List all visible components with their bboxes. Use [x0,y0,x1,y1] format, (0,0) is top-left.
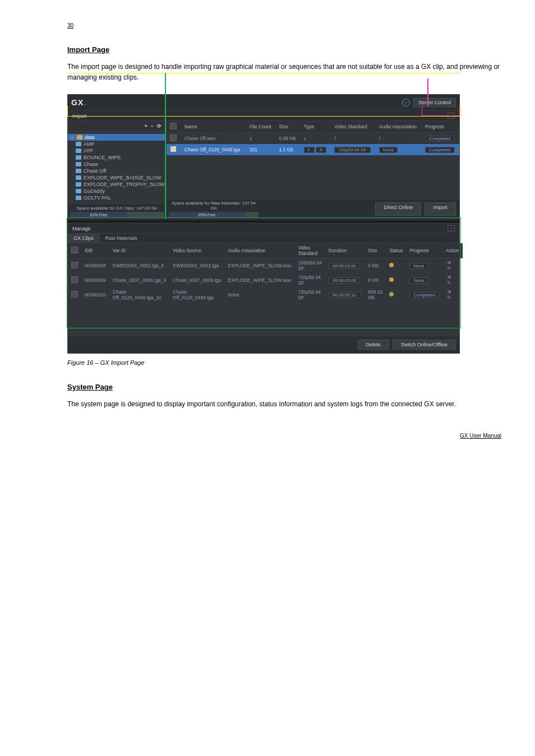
tab-gx-clips[interactable]: GX Clips [68,234,100,243]
manage-clips-table: IDB Var ID Video Source Audio Associatio… [68,243,463,302]
section-heading-import: Import Page [67,45,501,54]
folder-icon [76,142,81,146]
col-varid[interactable]: Var ID [109,243,169,258]
col-video-standard[interactable]: Video Standard [331,121,376,133]
manage-tabs: GX Clips Raw Materials [68,234,459,243]
figure-caption: Figure 16 – GX Import Page [67,359,501,366]
tree-root-item[interactable]: data [68,134,166,141]
key-type-icon: K [316,147,326,153]
folder-tree[interactable]: data AMP ATP BOUNCE_WIPE Chase Chase Off… [68,132,166,203]
switch-online-offline-button[interactable]: Switch Online/Offline [393,340,456,350]
row-checkbox[interactable] [170,146,177,152]
collapse-icon[interactable]: − [448,225,455,231]
status-dot-icon [389,292,394,296]
collapse-icon[interactable]: − [448,113,455,119]
audio-assoc-dropdown[interactable]: None [379,147,398,153]
tree-item[interactable]: BOUNCE_WIPE [68,154,166,161]
import-body: + − ⟳ data AMP ATP BOUNCE_WIPE Chase Cha… [67,121,460,220]
intro-paragraph: The import page is designed to handle im… [67,62,501,83]
preview-icon[interactable]: 👁 [447,275,452,280]
progress-badge: None [409,263,428,269]
col-type[interactable]: Type [301,121,331,133]
direct-online-button[interactable]: Direct Online [375,202,421,216]
info-icon[interactable]: i [402,99,410,106]
col-action[interactable]: Action [442,243,463,258]
tree-item[interactable]: Chase [68,161,166,168]
import-section-header: Import − [67,110,460,121]
gx-app-screenshot: GX. i Server Control Import − + − ⟳ data [67,94,460,354]
table-row[interactable]: 00000009 Chase_0337_0506.tga_9 Chase_033… [68,273,463,287]
col-name[interactable]: Name [181,121,246,133]
row-checkbox[interactable] [71,276,78,283]
table-row[interactable]: Chase Off.wav 1 0.98 Mb ♪ / / Completed [167,133,459,145]
progress-badge: Completed [425,136,455,142]
select-all-checkbox[interactable] [71,247,78,253]
add-folder-button[interactable]: + [144,123,147,129]
progress-badge: Completed [409,292,439,298]
table-row[interactable]: Chase Off_0129_0449.tga 321 1.1 Gb F K 7… [167,144,459,155]
row-checkbox[interactable] [71,262,78,268]
status-dot-icon [389,277,394,282]
audio-icon: ♪ [304,136,310,141]
tree-item[interactable]: Chase Off [68,168,166,174]
manage-section-header: Manage − [67,223,460,234]
table-row[interactable]: 00000010 Chase Off_0129_0449.tga_10 Chas… [68,287,463,302]
brand-dot-icon: . [84,98,86,107]
col-idb[interactable]: IDB [81,243,109,258]
fill-type-icon: F [304,147,315,153]
manage-body: GX Clips Raw Materials IDB Var ID Video … [67,234,460,354]
edit-icon[interactable]: ✎ [447,280,451,286]
col-status[interactable]: Status [386,243,406,258]
tree-item[interactable]: ATP [68,147,166,154]
col-audio-association[interactable]: Audio Association [376,121,422,133]
select-all-checkbox[interactable] [170,123,177,129]
tree-item[interactable]: GOLTV PAL [68,194,166,201]
status-dot-icon [389,263,394,267]
folder-icon [76,149,81,153]
page-number: 30 [67,22,501,29]
col-size[interactable]: Size [365,243,386,258]
col-filecount[interactable]: File Count [246,121,276,133]
manage-title: Manage [72,226,91,231]
system-paragraph: The system page is designed to display i… [67,399,501,410]
col-progress[interactable]: Progress [406,243,442,258]
col-video-standard[interactable]: Video Standard [295,243,325,258]
remove-folder-button[interactable]: − [151,123,154,129]
server-control-button[interactable]: Server Control [413,98,456,107]
app-titlebar: GX. i Server Control [67,94,460,110]
col-duration[interactable]: Duration [325,243,365,258]
folder-icon [76,155,81,160]
folder-icon [76,175,81,180]
folder-icon [77,135,82,140]
refresh-button[interactable]: ⟳ [157,123,162,129]
col-audio-association[interactable]: Audio Association [224,243,294,258]
delete-button[interactable]: Delete [358,340,389,350]
tree-item[interactable]: EXPLODE_WIPE_BADGE_SLOW [68,174,166,181]
preview-icon[interactable]: 👁 [447,260,452,266]
section-heading-system: System Page [67,383,501,391]
video-standard-dropdown[interactable]: 720p59.94 DF [334,147,371,153]
tree-item[interactable]: GoDaddy [68,188,166,194]
import-button[interactable]: Import [425,202,456,216]
row-checkbox[interactable] [170,134,177,141]
tree-item[interactable]: EXPLODE_WIPE_TROPHY_SLOW [68,181,166,188]
edit-icon[interactable]: ✎ [447,295,451,300]
col-video-source[interactable]: Video Source [169,243,224,258]
import-content-pane: Name File Count Size Type Video Standard… [167,121,459,219]
tab-raw-materials[interactable]: Raw Materials [100,234,144,243]
col-progress[interactable]: Progress [422,121,459,133]
edit-icon[interactable]: ✎ [447,266,451,271]
folder-icon [76,182,81,187]
preview-icon[interactable]: 👁 [447,289,452,295]
table-row[interactable]: 00000008 EWBS0001_0052.tga_8 EWBS0001_00… [68,258,463,273]
row-checkbox[interactable] [71,291,78,298]
folder-icon [76,169,81,173]
tree-item[interactable]: AMP [68,141,166,147]
tree-toolbar: + − ⟳ [68,121,166,132]
import-title: Import [72,113,87,119]
progress-badge: Completed [425,147,455,153]
folder-icon [76,196,81,200]
space-gx-clips: Space available for GX Clips: 147.83 Gb … [68,203,166,219]
footer-title: GX User Manual [67,433,501,439]
col-size[interactable]: Size [275,121,300,133]
